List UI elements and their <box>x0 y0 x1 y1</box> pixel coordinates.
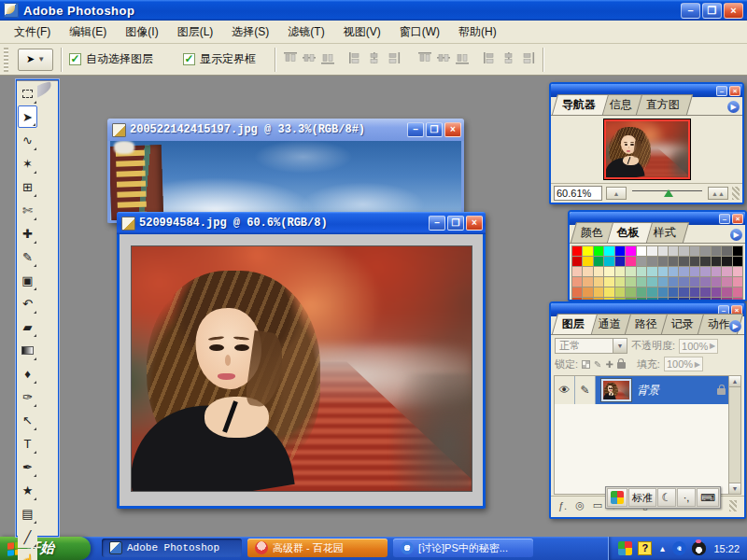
document-window-2[interactable]: 520994584.jpg @ 60.6%(RGB/8) – ❐ × <box>117 212 486 509</box>
scroll-down-arrow[interactable]: ▼ <box>729 483 740 494</box>
swatch[interactable] <box>626 267 635 276</box>
lasso-tool[interactable]: ∿ <box>18 129 37 151</box>
eraser-tool[interactable]: ▰ <box>18 315 37 338</box>
swatch[interactable] <box>690 287 699 297</box>
swatch[interactable] <box>700 246 710 256</box>
layers-scrollbar[interactable]: ▲ ▼ <box>728 376 740 494</box>
crop-tool[interactable]: ⊞ <box>18 175 37 198</box>
navigator-panel-menu-button[interactable]: ▶ <box>727 101 740 113</box>
swatches-minimize-button[interactable]: – <box>719 214 730 224</box>
swatches-close-button[interactable]: × <box>732 214 743 224</box>
swatches-panel-menu-button[interactable]: ▶ <box>730 229 742 241</box>
portrait-image[interactable] <box>131 245 472 492</box>
zoom-in-button[interactable]: ▲▲ <box>708 187 728 200</box>
swatch[interactable] <box>594 287 603 297</box>
ime-logo-button[interactable] <box>607 488 627 507</box>
history-brush-tool[interactable]: ↶ <box>18 292 37 315</box>
custom-shape-tool[interactable]: ★ <box>18 479 37 501</box>
menu-item-7[interactable]: 窗口(W) <box>391 21 448 43</box>
scroll-up-arrow[interactable]: ▲ <box>729 376 740 387</box>
distribute-horizontal-centers-icon[interactable] <box>501 51 516 68</box>
align-bottom-edges-icon[interactable] <box>320 51 335 68</box>
swatches-tab-1[interactable]: 色板 <box>607 222 653 243</box>
swatch[interactable] <box>626 287 635 297</box>
zoom-slider-thumb[interactable] <box>664 189 673 197</box>
swatch[interactable] <box>669 267 678 276</box>
swatch[interactable] <box>615 277 625 287</box>
show-bounding-box-option[interactable]: ✓ 显示定界框 <box>183 51 256 67</box>
lock-all-icon[interactable] <box>617 362 626 369</box>
layer-row-background[interactable]: 👁 ✎ 背景 <box>555 376 740 404</box>
swatch[interactable] <box>594 246 603 256</box>
swatch[interactable] <box>669 257 678 266</box>
swatch[interactable] <box>647 267 656 276</box>
menu-item-2[interactable]: 图像(I) <box>117 21 166 43</box>
swatch[interactable] <box>669 287 678 297</box>
clone-stamp-tool[interactable]: ▣ <box>18 269 37 291</box>
swatch[interactable] <box>722 257 731 266</box>
fill-value[interactable]: 100%▶ <box>664 357 703 371</box>
swatch[interactable] <box>604 277 613 287</box>
swatch[interactable] <box>658 267 668 276</box>
soft-keyboard-button[interactable]: ⌨ <box>697 488 719 507</box>
tray-qq-penguin-icon[interactable] <box>692 541 706 555</box>
swatch[interactable] <box>658 277 668 287</box>
swatch[interactable] <box>679 277 688 287</box>
distribute-left-edges-icon[interactable] <box>483 51 498 68</box>
ime-mode-button[interactable]: 标准 <box>628 488 656 507</box>
swatch[interactable] <box>712 287 721 297</box>
hand-tool[interactable]: ☝ <box>18 549 37 560</box>
tray-help-icon[interactable]: ? <box>638 541 652 555</box>
lock-transparency-icon[interactable] <box>582 360 590 369</box>
swatch[interactable] <box>604 246 613 256</box>
options-bar-grip[interactable] <box>4 48 8 72</box>
new-group-icon[interactable]: ▭ <box>593 499 602 511</box>
swatch[interactable] <box>572 246 582 256</box>
swatch[interactable] <box>615 257 625 266</box>
opacity-value[interactable]: 100%▶ <box>679 339 718 354</box>
swatch[interactable] <box>572 277 582 287</box>
swatch[interactable] <box>679 267 688 276</box>
fullwidth-toggle-button[interactable]: ☾ <box>657 488 676 507</box>
layer-mask-icon[interactable]: ◎ <box>575 499 585 511</box>
doc2-minimize-button[interactable]: – <box>429 216 445 231</box>
layers-tab-0[interactable]: 图层 <box>552 314 598 334</box>
navigator-tab-0[interactable]: 导航器 <box>552 94 609 115</box>
document-window-1[interactable]: 200522142415197.jpg @ 33.3%(RGB/8#) – ❐ … <box>107 119 464 223</box>
swatch[interactable] <box>647 277 656 287</box>
swatch[interactable] <box>679 257 688 266</box>
swatch[interactable] <box>733 277 742 287</box>
swatch[interactable] <box>594 277 603 287</box>
swatch[interactable] <box>733 287 742 297</box>
swatch[interactable] <box>722 267 731 276</box>
punctuation-toggle-button[interactable]: ·, <box>677 488 696 507</box>
swatch[interactable] <box>572 267 582 276</box>
eyedropper-tool[interactable]: ╱ <box>18 525 37 548</box>
align-right-edges-icon[interactable] <box>386 51 401 68</box>
taskbar-task-1[interactable]: 高级群 - 百花园 <box>247 539 388 557</box>
auto-select-layer-checkbox[interactable]: ✓ <box>69 53 81 65</box>
swatch[interactable] <box>615 287 625 297</box>
swatch[interactable] <box>583 277 592 287</box>
align-horizontal-centers-icon[interactable] <box>367 51 382 68</box>
menu-item-0[interactable]: 文件(F) <box>6 21 59 43</box>
brush-tool[interactable]: ✎ <box>18 245 37 268</box>
layer-name[interactable]: 背景 <box>637 383 717 399</box>
swatch[interactable] <box>700 267 710 276</box>
swatch[interactable] <box>700 287 710 297</box>
sponge-tool[interactable]: ✑ <box>18 385 37 408</box>
swatch[interactable] <box>647 246 656 256</box>
swatch[interactable] <box>669 246 678 256</box>
swatch[interactable] <box>583 257 592 266</box>
doc1-minimize-button[interactable]: – <box>407 122 424 137</box>
blur-tool[interactable]: ♦ <box>18 362 37 385</box>
swatch[interactable] <box>700 257 710 266</box>
swatch[interactable] <box>712 277 721 287</box>
distribute-bottom-edges-icon[interactable] <box>455 51 470 68</box>
chevron-down-icon[interactable]: ▼ <box>613 339 627 353</box>
swatch[interactable] <box>626 246 635 256</box>
distribute-top-edges-icon[interactable] <box>417 51 432 68</box>
tray-player-icon[interactable]: ‹ <box>672 541 686 555</box>
swatch[interactable] <box>583 246 592 256</box>
lock-pixels-icon[interactable]: ✎ <box>594 359 601 370</box>
